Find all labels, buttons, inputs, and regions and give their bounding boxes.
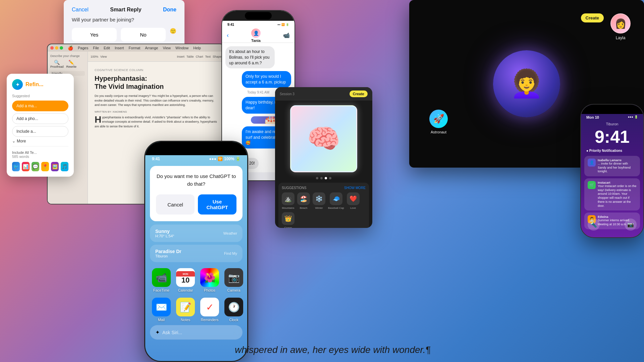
- menu-view[interactable]: View: [163, 46, 171, 50]
- menu-window[interactable]: Window: [175, 46, 189, 50]
- smart-reply-panel: Cancel Smart Reply Done Will your partne…: [64, 0, 184, 48]
- smart-reply-cancel-btn[interactable]: Cancel: [72, 7, 89, 13]
- session-label: Session 3: [280, 92, 294, 96]
- love-icon: ❤️: [347, 192, 360, 205]
- minimize-btn[interactable]: [55, 46, 58, 50]
- mountains-label: Mountains: [282, 206, 294, 209]
- photos-icon: 🌺: [200, 268, 219, 287]
- app-calendar[interactable]: MON 10 Calendar: [176, 268, 195, 292]
- maximize-btn[interactable]: [60, 46, 63, 50]
- text-btn[interactable]: Text: [205, 55, 211, 58]
- cal-date: 10: [181, 277, 190, 284]
- smart-reply-title: Smart Reply: [110, 7, 141, 13]
- close-btn[interactable]: [50, 46, 54, 50]
- smart-reply-yes-btn[interactable]: Yes: [72, 28, 117, 42]
- bottom-text: whispered in awe, her eyes wide with won…: [235, 345, 644, 355]
- smart-reply-done-btn[interactable]: Done: [163, 7, 176, 13]
- lock-time-display: 9:41: [581, 128, 643, 145]
- smart-reply-question: Will your partner be joining?: [72, 17, 176, 22]
- app-camera[interactable]: 📷 Camera: [224, 268, 243, 292]
- insert-btn[interactable]: Insert: [177, 55, 184, 58]
- chatgpt-use-btn[interactable]: Use ChatGPT: [198, 194, 236, 215]
- messages-nav: ‹ 👤 Tania 📹: [222, 28, 294, 43]
- find-my-widget[interactable]: Paradise Dr Tiburon Find My: [150, 245, 243, 262]
- table-btn[interactable]: Table: [186, 55, 194, 58]
- lock-camera-icon[interactable]: 📷: [625, 219, 637, 231]
- chatgpt-buttons: Cancel Use ChatGPT: [156, 194, 236, 215]
- show-more-btn[interactable]: SHOW MORE: [344, 186, 366, 190]
- camera-icon: 📷: [224, 268, 243, 287]
- create-image-btn[interactable]: Create: [350, 90, 368, 97]
- lock-status-icons: ●●● 🔋: [628, 115, 638, 119]
- chart-btn[interactable]: Chart: [196, 55, 203, 58]
- msg-2: Only for you would I accept a 6 a.m. pic…: [242, 71, 291, 88]
- notif-2-title: Instacart: [598, 181, 637, 184]
- crown-icon: 👑: [282, 212, 294, 225]
- suggestions-label: SUGGESTIONS: [282, 186, 306, 190]
- messages-back-btn[interactable]: ‹: [227, 32, 229, 39]
- proofread-btn[interactable]: 🔍 Proofread: [50, 60, 64, 68]
- weather-temp-range: H:70° L:54°: [155, 234, 174, 238]
- shape-btn[interactable]: Shape: [213, 55, 221, 58]
- view-btn[interactable]: View: [100, 55, 107, 58]
- include-btn[interactable]: Include a...: [12, 126, 68, 137]
- dark-create-btn[interactable]: Create: [581, 13, 604, 22]
- suggestion-mountains[interactable]: ⛰️ Mountains: [282, 192, 294, 209]
- lock-notif-2[interactable]: 🛒 Instacart Your Instacart order is on t…: [584, 178, 640, 210]
- lock-dynamic-island: [599, 106, 626, 113]
- flashlight-icon[interactable]: 🔦: [588, 219, 600, 231]
- add-map-btn[interactable]: Add a ma...: [12, 101, 68, 111]
- menu-format[interactable]: Format: [128, 46, 140, 50]
- weather-city: Sunny: [155, 229, 174, 234]
- smart-reply-emoji-icon: 🙂: [170, 28, 176, 42]
- suggestions-panel: SUGGESTIONS SHOW MORE ⛰️ Mountains 🏖️ Be…: [278, 183, 369, 228]
- pages-toolbar: 100% View Insert Table Chart Text Shape: [88, 52, 224, 62]
- more-options-btn[interactable]: ⌄ More: [12, 139, 68, 143]
- app-icon-6[interactable]: 🎵: [61, 162, 68, 171]
- contact-info[interactable]: 👤 Tania: [251, 28, 261, 43]
- mail-icon: ✉️: [152, 298, 171, 316]
- status-time: 9:41: [227, 23, 234, 26]
- app-facetime[interactable]: 📹 FaceTime: [152, 268, 171, 292]
- video-call-btn[interactable]: 📹: [283, 32, 290, 39]
- app-icon-3[interactable]: 💬: [32, 162, 39, 171]
- add-photo-btn[interactable]: Add a pho...: [12, 113, 68, 124]
- menu-edit[interactable]: Edit: [104, 46, 110, 50]
- mail-label: Mail: [158, 318, 165, 322]
- weather-widget[interactable]: Sunny H:70° L:54° Weather: [150, 225, 243, 242]
- notif-2-icon: 🛒: [588, 181, 596, 189]
- app-clock[interactable]: 🕐 Clock: [224, 298, 243, 322]
- suggestion-baseball-cap[interactable]: 🧢 Baseball Cap: [328, 192, 344, 209]
- finder-icon[interactable]: 🐦: [12, 162, 20, 171]
- app-reminders[interactable]: ✓ Reminders: [200, 298, 219, 322]
- home-status-right: ●●● 🛜 100% 🔋: [209, 157, 240, 161]
- rewrite-btn[interactable]: ✏️ Rewrite: [66, 60, 77, 68]
- reminders-icon: ✓: [200, 298, 219, 316]
- suggestion-beach[interactable]: 🏖️ Beach: [297, 192, 310, 209]
- app-icon-2[interactable]: 📊: [22, 162, 30, 171]
- apple-menu[interactable]: 🍎: [68, 46, 73, 51]
- menu-help[interactable]: Help: [193, 46, 201, 50]
- menu-arrange[interactable]: Arrange: [145, 46, 158, 50]
- app-mail[interactable]: ✉️ Mail: [152, 298, 171, 322]
- chatgpt-cancel-btn[interactable]: Cancel: [156, 194, 195, 215]
- lock-signal: ●●●: [628, 115, 633, 119]
- memoji-avatar: 👩‍🦱: [493, 50, 560, 117]
- include-all-text: Include All Te...: [12, 150, 68, 155]
- app-icon-5[interactable]: 🖼️: [51, 162, 59, 171]
- smart-reply-no-btn[interactable]: No: [121, 28, 166, 42]
- suggestion-love[interactable]: ❤️ Love: [347, 192, 360, 209]
- menu-insert[interactable]: Insert: [115, 46, 124, 50]
- beach-icon: 🏖️: [297, 192, 310, 205]
- app-photos[interactable]: 🌺 Photos: [200, 268, 219, 292]
- menu-pages[interactable]: Pages: [78, 46, 88, 50]
- suggestion-crown[interactable]: 👑 Crown: [282, 212, 294, 228]
- menu-file[interactable]: File: [93, 46, 99, 50]
- ai-writing-assistant: ✦ Refin... Suggested Add a ma... Add a p…: [7, 74, 74, 177]
- suggestion-winter[interactable]: ❄️ Winter: [313, 192, 325, 209]
- zoom-level[interactable]: 100%: [91, 55, 98, 58]
- lock-notif-1[interactable]: 👤 Isabella Lamarre ... invite for dinner…: [584, 156, 640, 176]
- siri-bar[interactable]: ✦ Ask Siri...: [150, 325, 243, 340]
- app-icon-4[interactable]: 📍: [41, 162, 49, 171]
- app-notes[interactable]: 📝 Notes: [176, 298, 195, 322]
